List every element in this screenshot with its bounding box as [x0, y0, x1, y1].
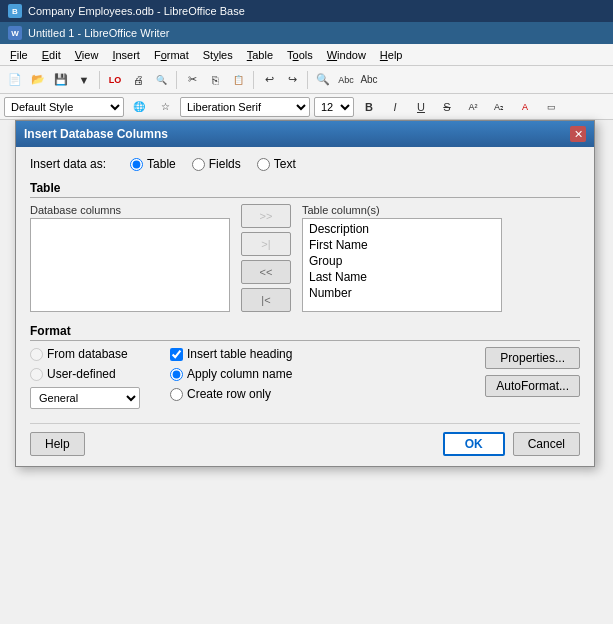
table-column-item[interactable]: Description — [305, 221, 499, 237]
base-titlebar: B Company Employees.odb - LibreOffice Ba… — [0, 0, 613, 22]
table-column-item[interactable]: Group — [305, 253, 499, 269]
create-row-only-label[interactable]: Create row only — [170, 387, 465, 401]
cut-btn[interactable]: ✂ — [181, 69, 203, 91]
redo-btn[interactable]: ↪ — [281, 69, 303, 91]
menu-help[interactable]: Help — [374, 47, 409, 63]
save-btn[interactable]: 💾 — [50, 69, 72, 91]
autocorrect-btn[interactable]: Abc — [358, 69, 380, 91]
menubar: File Edit View Insert Format Styles Tabl… — [0, 44, 613, 66]
menu-window[interactable]: Window — [321, 47, 372, 63]
writer-app-icon: W — [8, 26, 22, 40]
apply-column-name-text: Apply column name — [187, 367, 292, 381]
new-btn[interactable]: 📄 — [4, 69, 26, 91]
db-columns-label: Database columns — [30, 204, 230, 216]
insert-table-heading-checkbox[interactable] — [170, 348, 183, 361]
radio-table-label[interactable]: Table — [130, 157, 176, 171]
dialog-buttons: Help OK Cancel — [30, 423, 580, 456]
cancel-button[interactable]: Cancel — [513, 432, 580, 456]
db-columns-listbox[interactable] — [30, 218, 230, 312]
insert-table-heading-label[interactable]: Insert table heading — [170, 347, 465, 361]
writer-title: Untitled 1 - LibreOffice Writer — [28, 27, 169, 39]
dialog-title: Insert Database Columns — [24, 127, 168, 141]
open-btn[interactable]: 📂 — [27, 69, 49, 91]
preview-btn[interactable]: 🔍 — [150, 69, 172, 91]
fontcolor-btn[interactable]: A — [514, 96, 536, 118]
subscript-btn[interactable]: A₂ — [488, 96, 510, 118]
sep4 — [307, 71, 308, 89]
table-section-label: Table — [30, 181, 580, 198]
ok-button[interactable]: OK — [443, 432, 505, 456]
move-right-btn[interactable]: >> — [241, 204, 291, 228]
table-column-item[interactable]: Number — [305, 285, 499, 301]
style-select[interactable]: Default Style — [4, 97, 124, 117]
menu-edit[interactable]: Edit — [36, 47, 67, 63]
dialog-close-button[interactable]: ✕ — [570, 126, 586, 142]
format-grid: From database User-defined General — [30, 347, 580, 409]
underline-btn[interactable]: U — [410, 96, 432, 118]
properties-button[interactable]: Properties... — [485, 347, 580, 369]
apply-column-name-radio[interactable] — [170, 368, 183, 381]
autoformat-button[interactable]: AutoFormat... — [485, 375, 580, 397]
general-select[interactable]: General — [30, 387, 140, 409]
sep2 — [176, 71, 177, 89]
format-right: Properties... AutoFormat... — [485, 347, 580, 397]
size-select[interactable]: 12 — [314, 97, 354, 117]
menu-view[interactable]: View — [69, 47, 105, 63]
insert-table-heading-text: Insert table heading — [187, 347, 292, 361]
radio-fields[interactable] — [192, 158, 205, 171]
dialog-overlay: Insert Database Columns ✕ Insert data as… — [0, 120, 613, 570]
menu-format[interactable]: Format — [148, 47, 195, 63]
move-end-right-btn[interactable]: >| — [241, 232, 291, 256]
writer-titlebar: W Untitled 1 - LibreOffice Writer — [0, 22, 613, 44]
create-row-only-text: Create row only — [187, 387, 271, 401]
menu-insert[interactable]: Insert — [106, 47, 146, 63]
font-select[interactable]: Liberation Serif — [180, 97, 310, 117]
move-left-btn[interactable]: << — [241, 260, 291, 284]
columns-area: Database columns >> >| << |< Table colum… — [30, 204, 580, 312]
insert-database-columns-dialog: Insert Database Columns ✕ Insert data as… — [15, 120, 595, 467]
menu-file[interactable]: File — [4, 47, 34, 63]
strikethrough-btn[interactable]: S — [436, 96, 458, 118]
menu-table[interactable]: Table — [241, 47, 279, 63]
apply-column-name-label[interactable]: Apply column name — [170, 367, 465, 381]
format-section-label: Format — [30, 324, 580, 341]
paste-btn[interactable]: 📋 — [227, 69, 249, 91]
find-btn[interactable]: 🔍 — [312, 69, 334, 91]
print-btn[interactable]: 🖨 — [127, 69, 149, 91]
create-row-only-radio[interactable] — [170, 388, 183, 401]
spellcheck-btn[interactable]: Abc — [335, 69, 357, 91]
save-arrow-btn[interactable]: ▼ — [73, 69, 95, 91]
lo-btn[interactable]: LO — [104, 69, 126, 91]
table-column-item[interactable]: Last Name — [305, 269, 499, 285]
undo-btn[interactable]: ↩ — [258, 69, 280, 91]
arrow-buttons-group: >> >| << |< — [236, 204, 296, 312]
sep3 — [253, 71, 254, 89]
user-defined-label[interactable]: User-defined — [30, 367, 150, 381]
help-button[interactable]: Help — [30, 432, 85, 456]
move-start-left-btn[interactable]: |< — [241, 288, 291, 312]
highlight-btn[interactable]: ▭ — [540, 96, 562, 118]
from-database-label[interactable]: From database — [30, 347, 150, 361]
dialog-titlebar: Insert Database Columns ✕ — [16, 121, 594, 147]
radio-text-label[interactable]: Text — [257, 157, 296, 171]
radio-table[interactable] — [130, 158, 143, 171]
base-title: Company Employees.odb - LibreOffice Base — [28, 5, 245, 17]
db-columns-container: Database columns — [30, 204, 230, 312]
superscript-btn[interactable]: A² — [462, 96, 484, 118]
radio-from-database[interactable] — [30, 348, 43, 361]
format-section: Format From database User-defined — [30, 324, 580, 409]
radio-fields-label[interactable]: Fields — [192, 157, 241, 171]
table-columns-listbox[interactable]: DescriptionFirst NameGroupLast NameNumbe… — [302, 218, 502, 312]
bold-btn[interactable]: B — [358, 96, 380, 118]
italic-btn[interactable]: I — [384, 96, 406, 118]
table-column-item[interactable]: First Name — [305, 237, 499, 253]
radio-text-text: Text — [274, 157, 296, 171]
style-icon2[interactable]: ☆ — [154, 96, 176, 118]
radio-text[interactable] — [257, 158, 270, 171]
user-defined-text: User-defined — [47, 367, 116, 381]
radio-user-defined[interactable] — [30, 368, 43, 381]
style-icon1[interactable]: 🌐 — [128, 96, 150, 118]
menu-styles[interactable]: Styles — [197, 47, 239, 63]
copy-btn[interactable]: ⎘ — [204, 69, 226, 91]
menu-tools[interactable]: Tools — [281, 47, 319, 63]
